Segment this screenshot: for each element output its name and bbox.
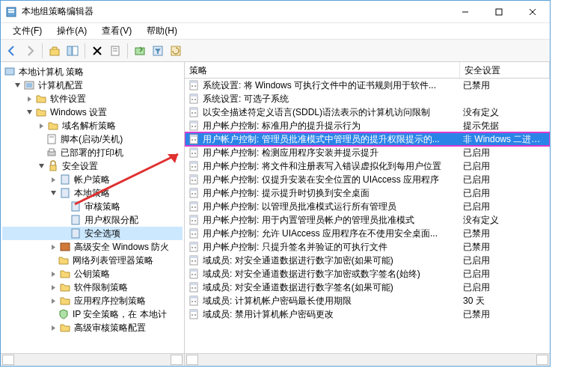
policy-icon — [70, 200, 82, 212]
scroll-left-icon[interactable] — [2, 355, 14, 365]
list-body[interactable]: 系统设置: 将 Windows 可执行文件中的证书规则用于软件...已禁用系统设… — [185, 79, 550, 353]
forward-button[interactable] — [22, 43, 38, 59]
svg-rect-33 — [190, 81, 197, 83]
expand-icon[interactable] — [49, 283, 58, 292]
export-button[interactable] — [132, 43, 148, 59]
policy-item-icon — [188, 106, 200, 118]
tree-scripts[interactable]: 脚本(启动/关机) — [2, 132, 183, 146]
delete-button[interactable] — [89, 43, 105, 59]
policy-item-icon — [188, 254, 200, 266]
menu-view[interactable]: 查看(V) — [94, 23, 139, 39]
list-row[interactable]: 用户帐户控制: 将文件和注册表写入错误虚拟化到每用户位置已启用 — [185, 159, 550, 173]
scroll-right-icon[interactable] — [171, 355, 183, 365]
collapse-icon[interactable] — [37, 162, 46, 171]
close-button[interactable] — [515, 1, 550, 22]
list-row[interactable]: 用户帐户控制: 以管理员批准模式运行所有管理员已启用 — [185, 200, 550, 213]
tree-software-restriction[interactable]: 软件限制策略 — [2, 281, 183, 294]
list-row[interactable]: 用户帐户控制: 只提升签名并验证的可执行文件已禁用 — [185, 240, 550, 254]
policy-setting: 已启用 — [460, 200, 547, 213]
tree-audit-policy[interactable]: 审核策略 — [2, 200, 183, 213]
list-row[interactable]: 用户帐户控制: 管理员批准模式中管理员的提升权限提示的...非 Windows … — [185, 132, 550, 146]
tree-ipsec[interactable]: IP 安全策略，在 本地计 — [2, 307, 183, 321]
expand-icon[interactable] — [49, 242, 58, 251]
collapse-icon[interactable] — [25, 108, 34, 117]
svg-rect-9 — [73, 46, 78, 55]
list-row[interactable]: 用户帐户控制: 仅提升安装在安全位置的 UIAccess 应用程序已启用 — [185, 173, 550, 186]
menu-help[interactable]: 帮助(H) — [139, 23, 185, 39]
scroll-right-icon[interactable] — [536, 355, 548, 365]
scroll-left-icon[interactable] — [186, 355, 198, 365]
list-row[interactable]: 域成员: 禁用计算机帐户密码更改已禁用 — [185, 307, 550, 321]
expand-icon[interactable] — [49, 269, 58, 278]
expand-icon[interactable] — [37, 121, 46, 130]
svg-rect-65 — [190, 189, 197, 191]
tree-root[interactable]: 本地计算机 策略 — [2, 65, 183, 79]
maximize-button[interactable] — [482, 1, 515, 22]
svg-rect-7 — [50, 49, 59, 55]
minimize-button[interactable] — [448, 1, 482, 22]
expand-icon[interactable] — [25, 94, 34, 103]
expand-icon[interactable] — [49, 323, 58, 332]
tree-pki-policy[interactable]: 公钥策略 — [2, 267, 183, 281]
tree-app-control[interactable]: 应用程序控制策略 — [2, 294, 183, 307]
tree-nlm-policy[interactable]: 网络列表管理器策略 — [2, 254, 183, 267]
tree-security-options[interactable]: 安全选项 — [2, 227, 183, 240]
list-row[interactable]: 域成员: 对安全通道数据进行数字加密或数字签名(始终)已启用 — [185, 267, 550, 281]
list-row[interactable]: 系统设置: 可选子系统 — [185, 92, 550, 105]
collapse-icon[interactable] — [49, 189, 58, 197]
tree-hscroll[interactable] — [1, 353, 184, 366]
list-row[interactable]: 域成员: 对安全通道数据进行数字签名(如果可能)已启用 — [185, 281, 550, 294]
list-row[interactable]: 域成员: 计算机帐户密码最长使用期限30 天 — [185, 294, 550, 307]
menu-action[interactable]: 操作(A) — [49, 23, 94, 39]
refresh-button[interactable] — [168, 43, 184, 59]
tree-printers[interactable]: 已部署的打印机 — [2, 146, 183, 159]
folder-icon — [59, 281, 71, 293]
list-pane: 策略 安全设置 系统设置: 将 Windows 可执行文件中的证书规则用于软件.… — [185, 62, 550, 366]
menu-file[interactable]: 文件(F) — [5, 23, 49, 39]
up-level-button[interactable] — [46, 43, 63, 59]
policy-icon — [59, 187, 71, 199]
list-row[interactable]: 用户帐户控制: 标准用户的提升提示行为提示凭据 — [185, 119, 550, 132]
list-row[interactable]: 用户帐户控制: 检测应用程序安装并提示提升已启用 — [185, 146, 550, 159]
list-row[interactable]: 用户帐户控制: 用于内置管理员帐户的管理员批准模式没有定义 — [185, 213, 550, 227]
list-row[interactable]: 用户帐户控制: 允许 UIAccess 应用程序在不使用安全桌面...已禁用 — [185, 227, 550, 240]
show-tree-button[interactable] — [64, 43, 81, 59]
tree-user-rights[interactable]: 用户权限分配 — [2, 213, 183, 227]
svg-point-67 — [194, 193, 196, 195]
svg-point-71 — [194, 206, 196, 208]
column-setting[interactable]: 安全设置 — [460, 62, 550, 78]
tree-account-policy[interactable]: 帐户策略 — [2, 173, 183, 186]
expand-icon[interactable] — [49, 296, 58, 305]
svg-point-55 — [194, 153, 196, 154]
tree-dns-policy[interactable]: 域名解析策略 — [2, 119, 183, 132]
policy-item-icon — [188, 133, 200, 145]
list-row[interactable]: 用户帐户控制: 提示提升时切换到安全桌面已启用 — [185, 186, 550, 200]
list-row[interactable]: 以安全描述符定义语言(SDDL)语法表示的计算机访问限制没有定义 — [185, 105, 550, 119]
svg-point-75 — [194, 220, 196, 221]
tree[interactable]: 本地计算机 策略 计算机配置 软件设置 Windows 设置 — [1, 62, 184, 353]
collapse-icon[interactable] — [13, 81, 22, 90]
back-button[interactable] — [4, 43, 20, 59]
policy-item-icon — [188, 214, 200, 226]
policy-item-icon — [188, 295, 200, 307]
tree-windows-settings[interactable]: Windows 设置 — [2, 105, 183, 119]
list-row[interactable]: 系统设置: 将 Windows 可执行文件中的证书规则用于软件...已禁用 — [185, 79, 550, 92]
tree-software-settings[interactable]: 软件设置 — [2, 92, 183, 105]
column-policy[interactable]: 策略 — [185, 62, 460, 78]
tree-security-settings[interactable]: 安全设置 — [2, 159, 183, 173]
policy-item-icon — [188, 147, 200, 159]
tree-adv-firewall[interactable]: 高级安全 Windows 防火 — [2, 240, 183, 254]
list-row[interactable]: 域成员: 对安全通道数据进行数字加密(如果可能)已启用 — [185, 254, 550, 267]
policy-setting: 已启用 — [460, 281, 547, 294]
tree-adv-audit[interactable]: 高级审核策略配置 — [2, 321, 183, 334]
list-hscroll[interactable] — [185, 353, 550, 366]
svg-point-54 — [191, 153, 193, 154]
properties-button[interactable] — [107, 43, 123, 59]
svg-point-43 — [194, 112, 196, 114]
svg-point-51 — [194, 139, 196, 141]
tree-computer-config[interactable]: 计算机配置 — [2, 79, 183, 92]
expand-icon[interactable] — [49, 175, 58, 184]
svg-point-95 — [194, 287, 196, 289]
tree-local-policy[interactable]: 本地策略 — [2, 186, 183, 200]
filter-button[interactable] — [150, 43, 166, 59]
